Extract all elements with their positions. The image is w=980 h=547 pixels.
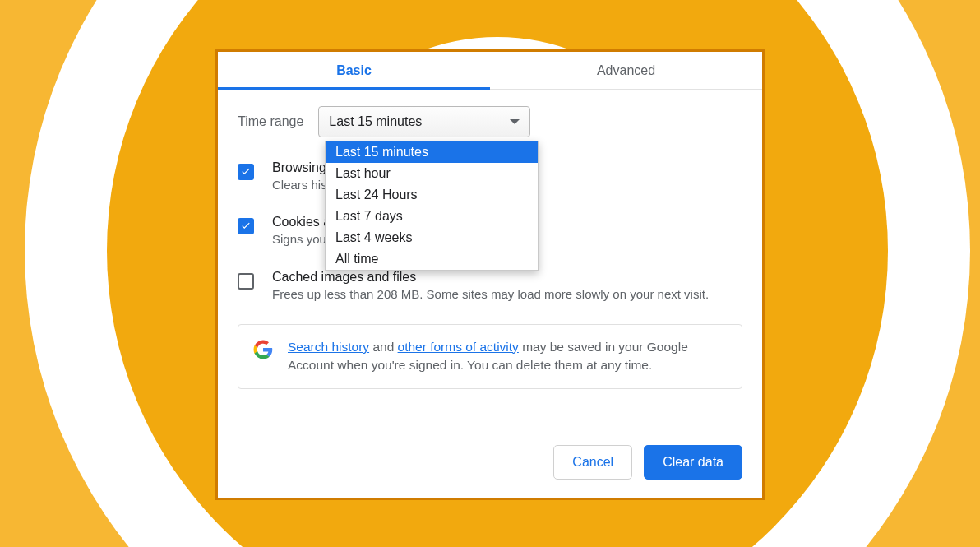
time-range-row: Time range Last 15 minutes Last 15 minut… [238, 106, 742, 137]
google-logo-icon [253, 340, 273, 359]
time-range-label: Time range [238, 114, 303, 129]
tabs-bar: Basic Advanced [218, 52, 762, 90]
option-subtitle: Frees up less than 208 MB. Some sites ma… [272, 286, 742, 303]
time-range-option[interactable]: Last 15 minutes [326, 141, 538, 163]
checkmark-icon [240, 166, 252, 178]
option-title: Cached images and files [272, 270, 742, 285]
time-range-option[interactable]: Last 4 weeks [326, 227, 538, 248]
time-range-selected-value: Last 15 minutes [329, 114, 422, 129]
cancel-button[interactable]: Cancel [553, 445, 632, 480]
time-range-dropdown: Last 15 minutes Last hour Last 24 Hours … [325, 141, 539, 271]
chevron-down-icon [510, 119, 520, 124]
option-text: Cached images and files Frees up less th… [272, 270, 742, 303]
checkmark-icon [240, 220, 252, 232]
time-range-option[interactable]: Last 7 days [326, 206, 538, 227]
dialog-footer: Cancel Clear data [218, 437, 762, 498]
time-range-select[interactable]: Last 15 minutes [318, 106, 530, 137]
tab-basic[interactable]: Basic [218, 52, 490, 89]
checkbox-cache[interactable] [238, 273, 254, 290]
clear-data-button[interactable]: Clear data [644, 445, 742, 480]
time-range-option[interactable]: All time [326, 248, 538, 270]
tab-advanced[interactable]: Advanced [490, 52, 762, 89]
dialog-body: Time range Last 15 minutes Last 15 minut… [218, 90, 762, 437]
option-row-cache: Cached images and files Frees up less th… [238, 270, 742, 303]
time-range-option[interactable]: Last hour [326, 163, 538, 184]
checkbox-browsing-history[interactable] [238, 164, 254, 180]
link-search-history[interactable]: Search history [288, 340, 369, 354]
link-other-activity[interactable]: other forms of activity [398, 340, 519, 354]
checkbox-cookies[interactable] [238, 218, 254, 234]
google-account-info-box: Search history and other forms of activi… [238, 324, 742, 389]
time-range-option[interactable]: Last 24 Hours [326, 184, 538, 206]
clear-browsing-data-dialog: Basic Advanced Time range Last 15 minute… [215, 49, 765, 500]
info-text-fragment: and [369, 340, 397, 354]
info-text: Search history and other forms of activi… [288, 338, 727, 375]
